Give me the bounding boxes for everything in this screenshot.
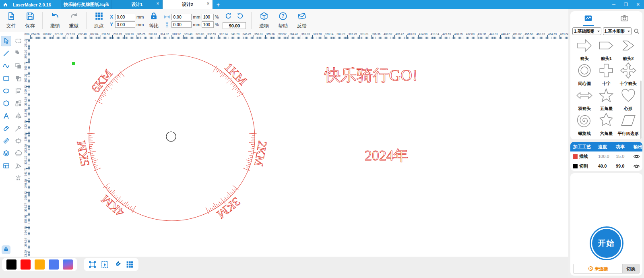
- color-swatch-5[interactable]: [63, 259, 73, 270]
- km-marker-6KM[interactable]: 6KM: [89, 67, 124, 104]
- canvas[interactable]: mm 264.26268.82273.37277.93282.48287.042…: [24, 32, 568, 257]
- file-button[interactable]: 文件: [2, 12, 21, 29]
- magnet-icon[interactable]: [113, 260, 122, 269]
- x-position-input[interactable]: [115, 14, 135, 20]
- document-tab-2[interactable]: 设计1✕: [111, 0, 162, 9]
- design-title-text[interactable]: 快乐骑行GO!: [324, 66, 417, 84]
- create-button[interactable]: 造物: [254, 12, 273, 29]
- category-dropdown[interactable]: 1.基础图案: [572, 27, 601, 35]
- shape-item-arrow2[interactable]: 箭头2: [617, 37, 639, 62]
- shape-item-spiral[interactable]: 螺旋线: [574, 112, 595, 137]
- process-row-描线[interactable]: 描线100.015.0: [570, 151, 642, 161]
- shape-item-star5[interactable]: 五角星: [595, 87, 617, 112]
- shape-item-circle[interactable]: [595, 137, 617, 139]
- tool-draw-rect-icon[interactable]: [1, 74, 11, 83]
- tool-break-apart-icon[interactable]: [13, 174, 23, 183]
- lock-ratio-button[interactable]: 等比: [145, 12, 162, 29]
- new-tab-button[interactable]: +: [213, 2, 223, 8]
- process-row-切割[interactable]: 切割40.099.0: [570, 161, 642, 171]
- close-tab-icon[interactable]: ✕: [156, 2, 159, 6]
- grid-icon[interactable]: [126, 260, 134, 269]
- shape-item-cross[interactable]: 十字: [595, 62, 617, 87]
- connection-status[interactable]: 未连接: [574, 264, 622, 273]
- tool-dimension-icon[interactable]: [13, 136, 23, 146]
- switch-device-button[interactable]: 切换: [622, 264, 639, 273]
- tool-measure-icon[interactable]: [1, 136, 11, 146]
- shape-item-heart[interactable]: 心形: [617, 87, 639, 112]
- rotate-angle-input[interactable]: [223, 22, 246, 29]
- close-button[interactable]: ✕: [632, 0, 644, 9]
- tool-mirror-icon[interactable]: [13, 111, 23, 121]
- design-year-text[interactable]: 2024年: [365, 147, 408, 164]
- color-swatch-2[interactable]: [21, 259, 31, 270]
- document-tab-1[interactable]: 快乐骑行奖牌图纸.lcpx✕: [61, 0, 111, 9]
- feedback-button[interactable]: 反馈: [292, 12, 311, 29]
- shape-item-heptagon[interactable]: [617, 137, 639, 139]
- tool-draw-curve-icon[interactable]: [1, 61, 11, 71]
- redo-button[interactable]: 重做: [64, 12, 83, 29]
- tool-draw-text-icon[interactable]: [1, 111, 11, 121]
- home-icon[interactable]: [0, 2, 10, 7]
- width-percent-input[interactable]: [202, 14, 214, 20]
- km-marker-4KM[interactable]: 4KM: [99, 183, 136, 220]
- tool-weld-icon[interactable]: [13, 149, 23, 158]
- shape-item-star6[interactable]: 六角星: [595, 112, 617, 137]
- start-button[interactable]: 开始: [590, 226, 623, 260]
- library-tab-camera[interactable]: [607, 14, 643, 26]
- minimize-button[interactable]: ─: [608, 0, 620, 9]
- tool-select-icon[interactable]: [1, 36, 11, 46]
- frame-icon[interactable]: [88, 260, 97, 269]
- design-drawing[interactable]: 1KM2KM3KM4KM5KM6KM快乐骑行GO!2024年: [24, 32, 568, 257]
- shape-item-arrow[interactable]: 箭头: [574, 37, 595, 62]
- color-swatch-1[interactable]: [6, 259, 17, 270]
- color-swatch-3[interactable]: [35, 259, 45, 270]
- y-position-input[interactable]: [115, 21, 135, 28]
- tool-bool-union-icon[interactable]: [13, 49, 23, 58]
- height-input[interactable]: [171, 21, 192, 28]
- tool-marquee-select-icon[interactable]: [13, 36, 23, 46]
- close-tab-icon[interactable]: ✕: [206, 2, 210, 6]
- tool-table-icon[interactable]: [1, 161, 11, 171]
- tool-bool-subtract-icon[interactable]: [13, 61, 23, 71]
- save-button[interactable]: 保存: [21, 12, 39, 29]
- close-tab-icon[interactable]: ✕: [105, 2, 109, 6]
- origin-button[interactable]: 原点: [89, 12, 108, 29]
- search-icon[interactable]: [633, 28, 640, 35]
- shape-item-concentric[interactable]: 同心圆: [574, 62, 595, 87]
- eye-icon[interactable]: [631, 154, 642, 159]
- scrollbar[interactable]: [640, 81, 642, 139]
- shape-item-no-circle[interactable]: [574, 137, 595, 139]
- maximize-button[interactable]: ❐: [620, 0, 632, 9]
- tool-layers-icon[interactable]: [1, 149, 11, 158]
- shape-item-cross-arrow[interactable]: 十字箭头: [617, 62, 639, 87]
- shape-item-double-arrow[interactable]: 双箭头: [574, 87, 595, 112]
- km-marker-5KM[interactable]: 5KM: [74, 133, 101, 171]
- shape-type-dropdown[interactable]: 1.基本图形: [603, 27, 632, 35]
- rotate-ccw-icon[interactable]: [225, 12, 232, 21]
- tool-node-edit-icon[interactable]: [13, 124, 23, 133]
- tool-vectorize-icon[interactable]: [13, 161, 23, 171]
- color-swatch-4[interactable]: [49, 259, 59, 270]
- height-percent-input[interactable]: [202, 21, 214, 28]
- tool-eraser-icon[interactable]: [1, 124, 11, 133]
- tool-group-icon[interactable]: [13, 99, 23, 108]
- document-tab-3[interactable]: 设计2✕: [162, 0, 213, 9]
- help-button[interactable]: ? 帮助: [273, 12, 292, 29]
- tool-draw-line-icon[interactable]: [1, 49, 11, 58]
- tool-draw-ellipse-icon[interactable]: [1, 86, 11, 96]
- shape-item-arrow1[interactable]: 箭头1: [595, 37, 617, 62]
- rotate-cw-icon[interactable]: [236, 12, 244, 21]
- library-tab-gallery[interactable]: [570, 14, 607, 26]
- undo-button[interactable]: 撤销: [45, 12, 64, 29]
- width-input[interactable]: [171, 14, 192, 20]
- km-marker-3KM[interactable]: 3KM: [206, 185, 243, 221]
- region-select-icon[interactable]: [101, 260, 109, 269]
- canvas-lock-button[interactable]: [2, 245, 10, 254]
- center-hole[interactable]: [166, 132, 176, 141]
- km-marker-2KM[interactable]: 2KM: [243, 133, 270, 171]
- km-marker-1KM[interactable]: 1KM: [213, 60, 250, 97]
- tool-draw-polygon-icon[interactable]: [1, 99, 11, 108]
- eye-icon[interactable]: [631, 164, 642, 169]
- tool-align-icon[interactable]: [13, 86, 23, 96]
- anchor-marker[interactable]: [72, 62, 75, 65]
